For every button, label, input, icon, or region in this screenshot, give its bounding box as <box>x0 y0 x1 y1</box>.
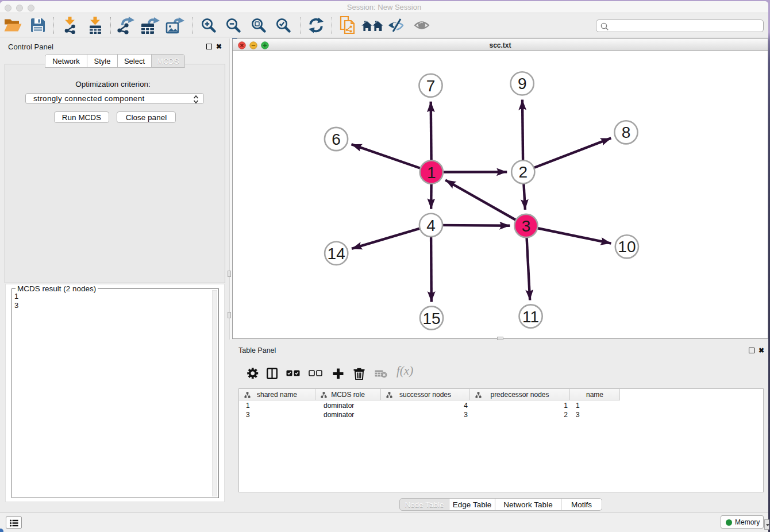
svg-text:6: 6 <box>332 130 341 148</box>
svg-text:9: 9 <box>518 75 527 92</box>
svg-text:3: 3 <box>522 217 531 235</box>
svg-text:7: 7 <box>426 77 436 95</box>
svg-text:8: 8 <box>622 124 631 141</box>
svg-text:11: 11 <box>522 308 539 326</box>
svg-text:4: 4 <box>426 217 436 234</box>
svg-text:10: 10 <box>618 238 636 256</box>
svg-text:14: 14 <box>328 245 345 263</box>
svg-text:15: 15 <box>422 310 440 327</box>
svg-text:2: 2 <box>519 163 528 181</box>
svg-text:1: 1 <box>427 164 436 182</box>
